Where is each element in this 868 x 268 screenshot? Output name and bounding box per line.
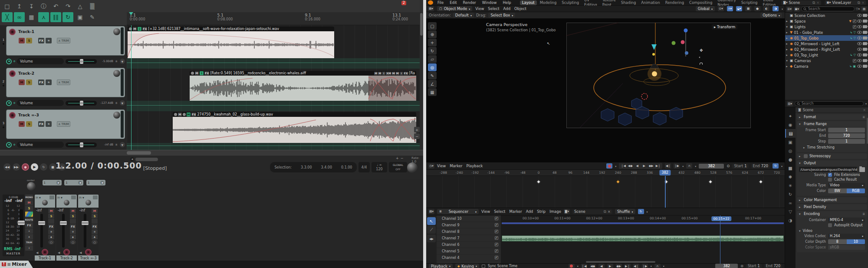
eye-icon[interactable] [857,36,862,40]
channel-row[interactable]: Channel 8 ✓ [437,228,501,235]
shading-material-icon[interactable]: ◐ [763,6,769,11]
pivot-point-icon[interactable]: ⊙▾ [718,6,724,11]
constraints[interactable]: ∞ [785,199,796,207]
volume-envelope-lane[interactable] [127,143,420,150]
rotate-tool[interactable]: ↻ [428,47,437,55]
overlap-item-button[interactable]: i [400,72,403,75]
time-signature[interactable]: 4/4 [358,162,370,172]
channel-row[interactable]: Channel 10 ✓ [437,215,501,222]
outliner-item-label[interactable]: Space [795,19,848,23]
options-caret[interactable]: ▾ [865,102,867,105]
edit-cursor[interactable] [131,25,132,150]
notification-badge[interactable]: 2 [401,1,406,5]
envelope-gear-icon[interactable]: ✳ [115,143,118,147]
workspace-tab[interactable]: Animation [639,0,662,5]
snap-icon[interactable]: ∩▾ [727,6,733,11]
timeline-playhead[interactable] [665,176,666,208]
jump-to-end-button[interactable]: ▶❘ [655,163,661,169]
envelope-gear-icon[interactable]: ✳ [115,101,118,105]
envelope-fader[interactable] [66,101,97,106]
new-collection-icon[interactable]: ▤ [861,7,867,12]
eye-icon[interactable] [857,42,862,45]
lock-items[interactable]: ▣ [75,12,85,22]
channel-record-arm[interactable] [85,249,92,255]
mute-button[interactable]: M [19,38,25,43]
timeline-menu[interactable]: Playback [467,164,483,168]
new-project[interactable]: □ [2,1,13,11]
jump-to-start-button[interactable]: ❘◀ [581,264,587,268]
overlap-item-button[interactable]: M [396,72,399,75]
channel-pan-knob[interactable] [42,200,48,205]
frame-start-field[interactable]: 1 [828,128,865,132]
channel-checkbox[interactable]: ✓ [495,236,498,240]
playrate-knob[interactable] [407,162,418,173]
expand-icon[interactable]: ▸ [785,20,789,23]
camera-visibility-icon[interactable] [863,59,867,62]
expand-icon[interactable]: ▾ [785,25,789,29]
sync-icon[interactable]: ↻ [638,209,644,214]
channel-solo-button[interactable]: S [48,214,54,218]
object-data[interactable]: ▽ [785,207,796,216]
expand-icon[interactable]: ▸ [785,65,789,68]
overlap-item-button[interactable]: M [392,72,395,75]
object[interactable]: ■ [785,164,796,172]
camera-visibility-icon[interactable] [863,42,867,45]
channel-checkbox[interactable]: ✓ [495,217,498,220]
expand-icon[interactable]: ▸ [785,42,789,46]
keyframe-diamond[interactable] [708,180,713,184]
channel-solo-button[interactable]: S [70,214,76,218]
record-button[interactable] [569,264,575,268]
scene[interactable]: ◎ [785,146,796,155]
arrange-area[interactable]: M i FX [+32.1dB] 621387__intimana__soft-… [127,25,420,150]
channel-checkbox[interactable]: ✓ [495,243,498,246]
open-project[interactable]: ↥ [14,1,25,11]
outliner-row[interactable]: ▸ ▼ 01 - Gobo_Plate ↳ ▽ ✓ [785,30,868,35]
proportional-edit-icon[interactable]: ◒▾ [736,6,742,11]
outliner-item-label[interactable]: Lights [795,25,850,29]
metronome[interactable]: △ [75,1,85,11]
keyframe-diamond[interactable] [536,180,541,184]
overlap-item-button[interactable]: XM [386,72,391,75]
item-mute-button[interactable]: M [133,27,137,31]
modifiers[interactable]: ✱ [785,172,796,181]
tool[interactable]: ✦ [785,112,796,120]
channel-routing-icon[interactable] [48,219,54,224]
channel-fx-gear-icon[interactable]: ✳ [70,229,76,234]
editor-type-icon[interactable]: ▤▾ [428,6,434,11]
volume-envelope-lane[interactable] [127,101,420,111]
channel-mute-button[interactable]: M [92,208,98,213]
horizontal-scrollbar[interactable] [586,261,655,263]
item-lock-icon[interactable] [183,113,186,116]
camera-visibility-icon[interactable] [863,48,867,51]
outliner-row[interactable]: ▸ ◆ Camera ↳ ▣ ✓ [785,63,868,69]
jump-to-end-button[interactable]: ▶❘ [625,264,631,268]
ripple-edit[interactable]: ↻ [62,12,73,22]
view-layer[interactable]: ▣ [785,138,796,146]
overlap-item-button[interactable]: M [378,72,381,75]
scene-selector[interactable]: ◙▾ Scene ⧉ × [781,0,821,5]
sync-icon[interactable]: ↻ [773,163,779,169]
hardware-out-dropdown[interactable]: 1▼ [43,180,62,185]
topbar-menu[interactable]: Edit [449,0,457,5]
channel-mute-button[interactable]: M [48,208,54,213]
current-frame-field[interactable]: 382 [715,264,738,268]
orientation-dropdown[interactable]: Default▾ [453,13,474,18]
item-fx-button[interactable]: FX [204,71,209,75]
frame-start-field[interactable]: Start1 [732,164,748,169]
viewport-menu[interactable]: Select [488,7,499,11]
channel-checkbox[interactable]: ✓ [495,256,498,259]
delete-scene-icon[interactable]: × [816,0,819,5]
prev-keyframe-button[interactable]: ◀◆ [590,264,596,268]
input-label[interactable]: in [36,196,38,199]
depth-10-button[interactable]: 10 [847,239,865,244]
outliner-row[interactable]: ▸ ◉ 03_Top_Light ↳ ▽ ✓ [785,52,868,58]
channel-solo-button[interactable]: S [92,214,98,218]
next-keyframe-button[interactable]: ◆▶ [616,264,622,268]
scale-tool[interactable]: ▱ [428,55,437,63]
item-grouping[interactable]: ∞ [14,12,25,22]
outliner-item-label[interactable]: 01 - Gobo_Plate [794,30,848,35]
editor-type-icon[interactable]: ▤▾ [428,209,434,214]
channel-fx-gear-icon[interactable]: ✳ [48,229,54,234]
play-reverse-button[interactable]: ◀ [598,264,605,268]
delete-viewlayer-icon[interactable]: × [861,0,865,5]
